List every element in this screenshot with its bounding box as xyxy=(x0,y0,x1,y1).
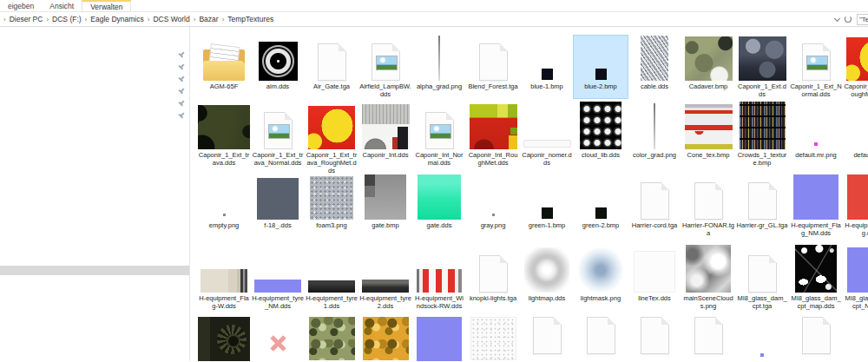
file-item[interactable]: gray.png xyxy=(466,173,520,237)
breadcrumb-item[interactable]: TempTextures xyxy=(226,15,275,23)
file-grid[interactable]: AGM-65Faim.ddsAir_Gate.tgaAirfield_LampB… xyxy=(191,27,868,361)
file-item[interactable]: Blend_Forest.tga xyxy=(466,36,520,98)
rosette-thumbnail-icon xyxy=(198,317,250,361)
file-item[interactable]: H-equipment_Flag-W.dds xyxy=(197,244,251,310)
file-item[interactable] xyxy=(412,315,466,361)
file-item[interactable] xyxy=(197,315,251,361)
sq-green-thumbnail-icon xyxy=(542,207,553,219)
navigation-pane[interactable] xyxy=(0,27,190,361)
file-name-label: empty.png xyxy=(198,221,250,229)
file-item[interactable] xyxy=(735,315,789,361)
file-item[interactable]: Caponir_nomer.dds xyxy=(520,98,574,174)
file-item[interactable]: f-18_.dds xyxy=(251,173,305,237)
thumbnail-area xyxy=(574,173,628,220)
file-item[interactable]: green-2.bmp xyxy=(574,173,628,237)
file-item[interactable]: H-equipment_Flag.dds xyxy=(843,173,868,237)
file-item[interactable]: Caponir_1_Ext_trava.dds xyxy=(197,98,251,174)
file-item[interactable] xyxy=(574,315,628,361)
file-item[interactable]: lightmask.png xyxy=(574,244,628,310)
file-item[interactable] xyxy=(520,315,574,361)
file-item[interactable]: mainSceneClouds.png xyxy=(681,244,735,310)
file-item[interactable]: H-equipment_tyre2.dds xyxy=(358,244,412,310)
file-item[interactable]: Harrier-FONAR.tga xyxy=(681,173,735,237)
file-name-label: Air_Gate.tga xyxy=(306,82,358,90)
thumbnail-area xyxy=(789,173,843,220)
breadcrumb-item[interactable]: Bazar xyxy=(197,15,220,23)
thumbnail-area xyxy=(358,315,412,361)
file-item[interactable]: foam3.png xyxy=(305,173,358,237)
file-item[interactable]: gate.dds xyxy=(412,173,466,237)
file-item[interactable]: lightmap.dds xyxy=(520,244,574,310)
breadcrumb-item[interactable]: Dieser PC xyxy=(8,15,45,23)
file-item[interactable]: H-equipment_Windsock-RW.dds xyxy=(412,244,466,310)
docimg-thumbnail-icon xyxy=(802,43,831,81)
file-item[interactable]: MI8_glass_dam_cpt_NM.dds xyxy=(843,244,868,310)
sq-blue-thumbnail-icon xyxy=(595,69,607,80)
file-item[interactable]: aim.dds xyxy=(251,36,305,98)
file-item[interactable]: blue-1.bmp xyxy=(520,36,574,98)
file-item[interactable]: MI8_glass_dam_cpt_map.dds xyxy=(789,244,843,310)
file-item[interactable]: H-equipment_tyre_NM.dds xyxy=(251,244,305,310)
file-item[interactable] xyxy=(305,315,358,361)
thumbnail-area xyxy=(628,315,681,361)
file-item[interactable]: Caponir_1_Ext_Normal.dds xyxy=(789,36,843,98)
ribbon-tab-ansicht[interactable]: Ansicht xyxy=(42,0,82,11)
chevron-down-icon[interactable] xyxy=(834,15,840,21)
refresh-icon[interactable] xyxy=(845,16,852,23)
file-item[interactable]: Caponir_Int.dds xyxy=(358,98,412,174)
file-item[interactable]: blue-2.bmp xyxy=(574,36,628,98)
file-item[interactable]: default.mr.png xyxy=(789,98,843,174)
ribbon-tab-verwalten[interactable]: Verwalten xyxy=(82,0,131,12)
file-item[interactable]: Cone_tex.bmp xyxy=(681,98,735,174)
file-item[interactable]: Caponir_1_Ext_RoughMet.dds xyxy=(843,36,868,98)
ribbon-tab-eigeben[interactable]: eigeben xyxy=(0,0,42,11)
thumbnail-area xyxy=(197,36,251,81)
pin-icon xyxy=(176,74,186,83)
file-item[interactable]: cloud_lib.dds xyxy=(574,98,628,174)
breadcrumb-item[interactable]: Eagle Dynamics xyxy=(89,15,145,23)
file-item[interactable]: H-equipment_tyre1.dds xyxy=(305,244,358,310)
file-item[interactable]: Cadaver.bmp xyxy=(681,36,735,98)
file-item[interactable]: lineTex.dds xyxy=(628,244,681,310)
file-item[interactable]: Caponir_Int_RoughMet.dds xyxy=(466,98,520,174)
file-item[interactable] xyxy=(251,315,305,361)
file-item[interactable] xyxy=(681,315,735,361)
file-item[interactable]: gate.bmp xyxy=(358,173,412,237)
file-item[interactable]: Harrier-gr_GL.tga xyxy=(735,173,789,237)
file-item[interactable]: empty.png xyxy=(197,173,251,237)
thumbnail-area xyxy=(628,36,681,81)
thumbnail-area xyxy=(735,173,789,220)
file-item[interactable]: Caponir_Int_Normal.dds xyxy=(412,98,466,174)
file-item[interactable]: H-equipment_Flag_NM.dds xyxy=(789,173,843,237)
file-item[interactable]: Harrier-cord.tga xyxy=(628,173,681,237)
file-item[interactable]: Airfield_LampBW.dds xyxy=(358,36,412,98)
file-item[interactable]: knopki-lights.tga xyxy=(466,244,520,310)
file-item[interactable]: green-1.bmp xyxy=(520,173,574,237)
file-item[interactable] xyxy=(358,315,412,361)
file-item[interactable] xyxy=(466,315,520,361)
file-item[interactable]: default.png xyxy=(843,98,868,174)
file-item[interactable] xyxy=(789,315,843,361)
file-item[interactable]: color_grad.png xyxy=(628,98,681,174)
file-item[interactable]: AGM-65F xyxy=(197,36,251,98)
address-bar-controls xyxy=(835,14,868,25)
file-item[interactable]: MI8_glass_dam_cpt.tga xyxy=(735,244,789,310)
file-name-label: Crowds_1_texture.bmp xyxy=(736,151,788,167)
thumbnail-area xyxy=(628,244,681,293)
breadcrumb-item[interactable]: DCS World xyxy=(151,15,191,23)
thumbnail-area xyxy=(251,315,305,361)
search-input[interactable] xyxy=(857,14,868,25)
file-item[interactable]: alpha_grad.png xyxy=(412,36,466,98)
nav-selected-item[interactable] xyxy=(0,266,189,275)
file-item[interactable]: Crowds_1_texture.bmp xyxy=(735,98,789,174)
file-item[interactable]: Air_Gate.tga xyxy=(305,36,358,98)
file-item[interactable]: Caponir_1_Ext.dds xyxy=(735,36,789,98)
thumbnail-area xyxy=(843,173,868,220)
file-item[interactable]: Caponir_1_Ext_trava_RoughMet.dds xyxy=(305,98,358,174)
file-item[interactable]: cable.dds xyxy=(628,36,681,98)
file-item[interactable]: Caponir_1_Ext_trava_Normal.dds xyxy=(251,98,305,174)
file-item[interactable] xyxy=(628,315,681,361)
breadcrumb-item[interactable]: DCS (F:) xyxy=(50,15,83,23)
address-bar[interactable]: › Dieser PC›DCS (F:)›Eagle Dynamics›DCS … xyxy=(0,12,868,27)
file-name-label: blue-1.bmp xyxy=(521,82,573,90)
